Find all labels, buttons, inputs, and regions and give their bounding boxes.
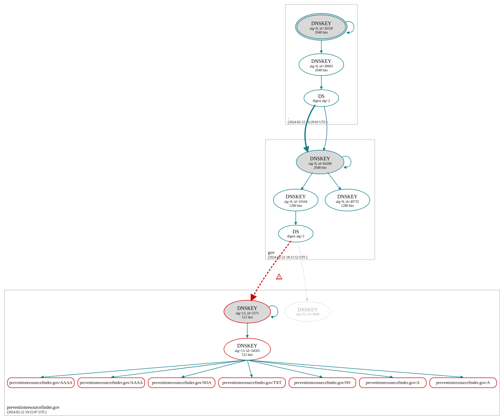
svg-text:512 bits: 512 bits bbox=[242, 353, 253, 357]
prf-zsk-node: DNSKEY alg=13, id=34505 512 bits bbox=[224, 338, 271, 360]
svg-text:DNSKEY: DNSKEY bbox=[297, 307, 318, 312]
svg-text:2048 bits: 2048 bits bbox=[314, 166, 327, 169]
svg-text:2048 bits: 2048 bits bbox=[315, 31, 328, 34]
svg-text:alg=13, id=34505: alg=13, id=34505 bbox=[235, 349, 260, 353]
svg-text:alg=8, id=20326: alg=8, id=20326 bbox=[310, 27, 333, 30]
record-label: preventionresourcefinder.gov/AAAA bbox=[9, 380, 73, 385]
prf-ksk-node: DNSKEY alg=13, id=2371 512 bits bbox=[224, 300, 271, 323]
record-label: preventionresourcefinder.gov/A bbox=[366, 380, 420, 385]
root-ksk-node: DNSKEY alg=8, id=20326 2048 bits bbox=[295, 13, 347, 40]
record-label: preventionresourcefinder.gov/AAAA bbox=[80, 380, 143, 385]
record-label: preventionresourcefinder.gov/TXT bbox=[222, 380, 282, 385]
edge-prfzsk-record bbox=[247, 360, 322, 377]
svg-text:DNSKEY: DNSKEY bbox=[237, 343, 257, 348]
zone-prf-label: preventionresourcefinder.gov bbox=[7, 405, 59, 410]
zone-prf-timestamp: (2024-02-22 19:25:07 UTC) bbox=[7, 410, 47, 414]
root-ds-node: DS digest alg=2 bbox=[304, 90, 339, 107]
edge-govds-prfghost bbox=[298, 242, 307, 301]
edge-rootds-govksk-thin bbox=[324, 106, 327, 151]
svg-text:digest alg=2: digest alg=2 bbox=[313, 99, 330, 103]
record-label: preventionresourcefinder.gov/A bbox=[436, 380, 490, 385]
svg-text:alg=8, id=30903: alg=8, id=30903 bbox=[310, 64, 333, 68]
edge-prfzsk-record bbox=[247, 360, 252, 377]
svg-text:DNSKEY: DNSKEY bbox=[311, 21, 331, 26]
edge-prfzsk-record bbox=[247, 360, 393, 377]
edge-prfzsk-record bbox=[111, 360, 247, 377]
svg-text:DS: DS bbox=[318, 93, 325, 99]
svg-text:alg=8, id=64280: alg=8, id=64280 bbox=[309, 162, 332, 166]
edge-govksk-zsk2 bbox=[328, 172, 341, 190]
gov-ksk-node: DNSKEY alg=8, id=64280 2048 bits bbox=[296, 150, 344, 174]
svg-text:1280 bits: 1280 bits bbox=[289, 204, 302, 208]
record-label: preventionresourcefinder.gov/SOA bbox=[152, 380, 211, 385]
svg-text:DNSKEY: DNSKEY bbox=[337, 194, 357, 199]
gov-zsk2-node: DNSKEY alg=8, id=49735 1280 bits bbox=[325, 189, 370, 211]
svg-text:DNSKEY: DNSKEY bbox=[311, 58, 331, 64]
records-row: preventionresourcefinder.gov/AAAAprevent… bbox=[7, 378, 497, 388]
svg-text:DNSKEY: DNSKEY bbox=[237, 305, 257, 311]
svg-text:alg=8, id=49735: alg=8, id=49735 bbox=[336, 200, 359, 204]
svg-text:alg=8, id=10104: alg=8, id=10104 bbox=[284, 200, 307, 204]
svg-text:512 bits: 512 bits bbox=[242, 315, 253, 319]
svg-text:digest alg=2: digest alg=2 bbox=[287, 234, 304, 238]
zone-root-label: . bbox=[288, 115, 289, 120]
svg-text:2048 bits: 2048 bits bbox=[315, 68, 328, 72]
svg-text:DNSKEY: DNSKEY bbox=[286, 194, 306, 199]
edge-govksk-zsk1 bbox=[301, 172, 313, 190]
dnssec-diagram: . (2024-02-22 16:29:03 UTC) DNSKEY alg=8… bbox=[0, 0, 504, 420]
svg-text:alg=13, id=3600: alg=13, id=3600 bbox=[296, 312, 319, 316]
zone-gov: gov (2024-02-22 18:11:52 UTC) DNSKEY alg… bbox=[265, 140, 375, 260]
svg-text:alg=13, id=2371: alg=13, id=2371 bbox=[236, 311, 259, 315]
edge-rootds-govksk-thick bbox=[305, 105, 315, 152]
zone-prf: preventionresourcefinder.gov (2024-02-22… bbox=[4, 290, 500, 416]
gov-ds-node: DS digest alg=2 bbox=[278, 225, 313, 242]
root-zsk-node: DNSKEY alg=8, id=30903 2048 bits bbox=[299, 54, 344, 76]
svg-text:DS: DS bbox=[293, 229, 299, 234]
edge-prfzsk-record bbox=[41, 360, 247, 377]
zone-gov-label: gov bbox=[268, 250, 275, 255]
prf-ghost-node: DNSKEY alg=13, id=3600 bbox=[285, 302, 331, 322]
gov-zsk1-node: DNSKEY alg=8, id=10104 1280 bits bbox=[273, 189, 318, 211]
edge-prfzsk-record bbox=[247, 360, 463, 377]
record-label: preventionresourcefinder.gov/NS bbox=[294, 380, 350, 385]
warning-icon: ! bbox=[276, 273, 282, 279]
svg-text:!: ! bbox=[279, 275, 280, 279]
zone-root: . (2024-02-22 16:29:03 UTC) DNSKEY alg=8… bbox=[285, 4, 357, 125]
svg-text:1280 bits: 1280 bits bbox=[341, 204, 354, 208]
svg-text:DNSKEY: DNSKEY bbox=[310, 156, 330, 161]
